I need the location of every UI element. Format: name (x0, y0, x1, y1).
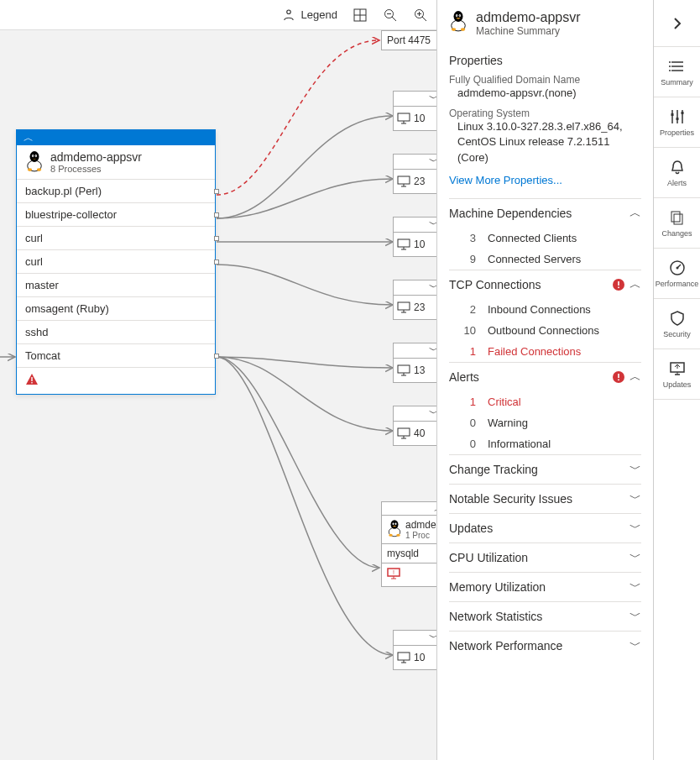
chevron-down-icon: ﹀ (629, 521, 641, 536)
server-group-count: 23 (414, 301, 425, 313)
tcp-row[interactable]: 10Outbound Connections (449, 320, 641, 341)
zoom-out-button[interactable] (383, 8, 398, 23)
os-label: Operating System (449, 107, 641, 119)
process-item[interactable]: Tomcat (17, 343, 215, 367)
chevron-down-icon: ﹀ (629, 609, 641, 624)
server-group-node[interactable]: ﹀ 10 (393, 91, 443, 131)
process-item[interactable]: master (17, 273, 215, 296)
changes-icon (669, 209, 686, 226)
rail-item-updates[interactable]: Updates (654, 349, 700, 400)
person-icon (281, 8, 296, 23)
svg-rect-27 (398, 239, 410, 247)
svg-rect-79 (674, 214, 682, 224)
tux-icon (449, 10, 468, 32)
svg-point-46 (389, 534, 393, 537)
rail-item-summary[interactable]: Summary (654, 47, 700, 97)
os-value: Linux 3.10.0-327.28.3.el7.x86_64, CentOS… (449, 119, 641, 165)
dependency-row[interactable]: 3Connected Clients (449, 228, 641, 249)
process-item[interactable]: curl (17, 226, 215, 249)
svg-rect-20 (31, 382, 32, 384)
section-cpu-utilization[interactable]: CPU Utilization﹀ (449, 542, 641, 572)
machine-node-card[interactable]: ︿ admdemo-appsvr 8 Processes backup.pl (… (16, 129, 216, 395)
alert-row-critical[interactable]: 1Critical (449, 391, 641, 412)
section-memory-utilization[interactable]: Memory Utilization﹀ (449, 572, 641, 601)
sliders-icon (669, 108, 686, 125)
server-group-count: 13 (414, 364, 425, 376)
svg-point-82 (676, 266, 678, 269)
server-group-node[interactable]: ﹀ 10 (393, 217, 443, 257)
server-group-count: 10 (414, 113, 425, 124)
process-list: backup.pl (Perl) bluestripe-collector cu… (17, 179, 215, 367)
server-group-node[interactable]: ﹀ 40 (393, 406, 443, 446)
svg-rect-62 (618, 286, 619, 288)
rail-expand-button[interactable] (654, 0, 700, 47)
svg-point-56 (457, 15, 457, 16)
chevron-down-icon: ﹀ (629, 579, 641, 595)
svg-point-70 (669, 66, 671, 67)
process-item[interactable]: bluestripe-collector (17, 202, 215, 226)
server-group-count: 10 (414, 238, 425, 250)
svg-point-0 (286, 10, 290, 14)
chevron-up-icon: ︿ (629, 277, 641, 292)
section-tcp-connections[interactable]: TCP Connections ︿ (449, 270, 641, 299)
monitor-icon (397, 301, 410, 314)
svg-point-47 (396, 534, 400, 537)
rail-item-security[interactable]: Security (654, 299, 700, 349)
section-alerts[interactable]: Alerts ︿ (449, 362, 641, 391)
svg-rect-21 (398, 113, 410, 121)
svg-rect-33 (398, 365, 410, 373)
machine-alert-indicator[interactable] (17, 367, 215, 394)
section-machine-dependencies[interactable]: Machine Dependencies ︿ (449, 198, 641, 228)
alert-row[interactable]: 0Warning (449, 412, 641, 433)
monitor-icon (397, 238, 410, 251)
right-nav-rail: Summary Properties Alerts Changes Perfor… (653, 0, 700, 760)
rail-item-alerts[interactable]: Alerts (654, 148, 700, 198)
svg-rect-78 (671, 212, 680, 222)
fit-screen-button[interactable] (353, 8, 368, 23)
rail-item-changes[interactable]: Changes (654, 198, 700, 249)
section-updates[interactable]: Updates﹀ (449, 513, 641, 542)
rail-item-performance[interactable]: Performance (654, 249, 700, 299)
tcp-row-failed[interactable]: 1Failed Connections (449, 341, 641, 362)
server-group-node[interactable]: ﹀ 13 (393, 343, 443, 383)
svg-point-53 (454, 11, 463, 22)
shield-icon (669, 310, 686, 327)
machine-name: admdemo-appsvr (50, 150, 142, 164)
svg-point-57 (459, 15, 460, 16)
server-group-count: 40 (414, 427, 425, 439)
process-item[interactable]: sshd (17, 320, 215, 343)
machine-card-collapse-button[interactable]: ︿ (17, 130, 215, 145)
legend-button[interactable]: Legend (281, 8, 337, 23)
properties-heading: Properties (449, 54, 641, 67)
svg-point-12 (30, 151, 39, 162)
monitor-alert-icon: ! (387, 567, 400, 580)
alert-row[interactable]: 0Informational (449, 433, 641, 454)
section-network-statistics[interactable]: Network Statistics﹀ (449, 601, 641, 631)
process-item[interactable]: curl (17, 249, 215, 273)
section-change-tracking[interactable]: Change Tracking﹀ (449, 454, 641, 484)
server-group-node[interactable]: ﹀ 10 (393, 630, 443, 670)
svg-rect-65 (618, 379, 619, 380)
dependency-row[interactable]: 9Connected Servers (449, 249, 641, 270)
view-more-properties-link[interactable]: View More Properties... (449, 174, 562, 186)
svg-line-8 (422, 17, 426, 21)
section-notable-security-issues[interactable]: Notable Security Issues﹀ (449, 484, 641, 513)
svg-point-15 (33, 155, 34, 156)
machine-title-row: admdemo-appsvr 8 Processes (17, 145, 215, 179)
svg-rect-61 (618, 281, 619, 286)
server-group-node[interactable]: ﹀ 23 (393, 154, 443, 194)
svg-rect-36 (398, 428, 410, 436)
svg-rect-39 (398, 653, 410, 660)
zoom-in-button[interactable] (413, 8, 428, 23)
tcp-row[interactable]: 2Inbound Connections (449, 299, 641, 320)
tux-icon (387, 519, 402, 537)
section-network-performance[interactable]: Network Performance﹀ (449, 631, 641, 660)
process-item[interactable]: backup.pl (Perl) (17, 179, 215, 202)
rail-item-properties[interactable]: Properties (654, 97, 700, 148)
monitor-update-icon (669, 360, 686, 377)
svg-point-59 (461, 28, 466, 31)
monitor-icon (397, 651, 410, 664)
server-group-node[interactable]: ﹀ 23 (393, 280, 443, 320)
warning-triangle-icon (25, 373, 39, 386)
process-item[interactable]: omsagent (Ruby) (17, 296, 215, 320)
